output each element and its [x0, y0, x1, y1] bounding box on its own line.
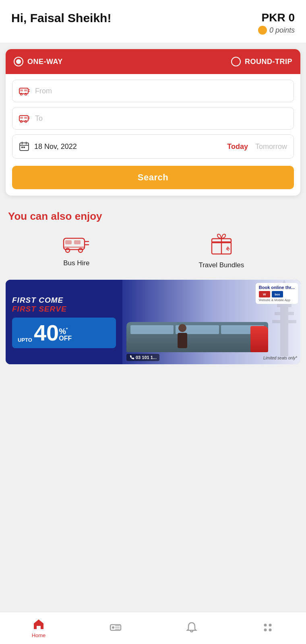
- calendar-icon: [19, 141, 29, 152]
- home-icon: [32, 618, 45, 631]
- promo-banner[interactable]: FIRST COME FIRST SERVE UPTO 40 %* OFF: [6, 280, 300, 364]
- bus-body-shape: [126, 322, 268, 352]
- svg-rect-34: [277, 304, 292, 307]
- discount-box: UPTO 40 %* OFF: [12, 318, 116, 348]
- grid-icon: [261, 621, 274, 634]
- round-trip-radio[interactable]: [231, 57, 241, 66]
- svg-point-47: [269, 628, 272, 631]
- nav-more[interactable]: [261, 621, 274, 636]
- date-value: 18 Nov, 2022: [34, 142, 222, 151]
- off-text: OFF: [59, 335, 72, 342]
- bell-icon: [185, 621, 198, 634]
- travel-bundles-item[interactable]: Travel Bundles: [198, 232, 244, 269]
- round-trip-label: ROUND-TRIP: [245, 58, 292, 66]
- from-bus-icon: [19, 87, 30, 95]
- coin-icon: [258, 26, 267, 35]
- person-silhouette: [177, 324, 188, 352]
- svg-point-45: [269, 623, 272, 626]
- website-app-text: Website & Mobile App: [259, 298, 295, 302]
- bottom-nav: Home: [0, 612, 306, 644]
- round-trip-tab[interactable]: ROUND-TRIP: [153, 57, 292, 66]
- enjoy-title: You can also enjoy: [8, 210, 298, 223]
- svg-point-46: [264, 628, 267, 631]
- nav-tickets[interactable]: [109, 621, 122, 636]
- home-nav-label: Home: [32, 632, 46, 638]
- person-head: [178, 324, 186, 332]
- svg-rect-36: [272, 320, 296, 323]
- svg-rect-19: [23, 147, 25, 148]
- discount-number: 40: [34, 322, 59, 344]
- radio-inner: [16, 59, 21, 64]
- balance-amount: PKR 0: [258, 11, 295, 24]
- from-input-row[interactable]: From: [12, 80, 294, 102]
- svg-marker-31: [226, 247, 229, 251]
- brand-logos: W boo: [259, 291, 295, 297]
- bus-hire-label: Bus Hire: [63, 259, 89, 267]
- points-row: 0 points: [258, 26, 295, 35]
- brand-logo-1: W: [259, 291, 270, 297]
- limited-seats-text: Limited seats only*: [263, 354, 297, 361]
- phone-number: 03 101 1...: [136, 355, 157, 360]
- balance-section: PKR 0 0 points: [258, 11, 295, 35]
- svg-rect-8: [20, 117, 23, 119]
- travel-bundles-label: Travel Bundles: [198, 261, 244, 269]
- enjoy-section: You can also enjoy Bus Hire: [0, 202, 306, 273]
- book-online-text: Book online thr...: [259, 285, 295, 290]
- nav-notifications[interactable]: [185, 621, 198, 636]
- svg-rect-21: [65, 240, 72, 244]
- phone-icon: [129, 355, 134, 360]
- greeting: Hi, Faisal Sheikh!: [11, 11, 111, 25]
- from-placeholder: From: [35, 87, 52, 95]
- one-way-label: ONE-WAY: [27, 58, 63, 66]
- date-shortcuts: Today Tomorrow: [227, 142, 287, 151]
- promo-left: FIRST COME FIRST SERVE UPTO 40 %* OFF: [6, 280, 122, 364]
- svg-rect-22: [74, 240, 81, 244]
- person-body: [178, 333, 187, 348]
- enjoy-items: Bus Hire Travel Bundles: [8, 232, 298, 269]
- ticket-icon: [109, 621, 122, 634]
- svg-point-44: [264, 623, 267, 626]
- svg-rect-9: [24, 117, 27, 119]
- bus-hire-item[interactable]: Bus Hire: [62, 234, 91, 267]
- svg-point-38: [112, 626, 114, 629]
- to-bus-icon: [19, 114, 30, 123]
- today-shortcut[interactable]: Today: [227, 142, 248, 151]
- points-text: 0 points: [269, 26, 295, 35]
- book-online-badge: Book online thr... W boo Website & Mobil…: [256, 283, 298, 304]
- brand-logo-2: boo: [272, 291, 283, 297]
- to-placeholder: To: [35, 114, 43, 123]
- nav-home[interactable]: Home: [32, 618, 46, 638]
- trip-type-tabs: ONE-WAY ROUND-TRIP: [6, 49, 300, 74]
- to-input-row[interactable]: To: [12, 107, 294, 130]
- one-way-tab[interactable]: ONE-WAY: [14, 57, 153, 66]
- one-way-radio[interactable]: [14, 57, 23, 66]
- svg-rect-35: [275, 312, 294, 315]
- tomorrow-shortcut[interactable]: Tomorrow: [255, 142, 287, 151]
- header: Hi, Faisal Sheikh! PKR 0 0 points: [0, 0, 306, 43]
- promo-right: Book online thr... W boo Website & Mobil…: [122, 280, 300, 364]
- svg-rect-2: [24, 89, 27, 91]
- gift-icon: [209, 232, 234, 256]
- svg-point-23: [66, 248, 70, 252]
- phone-badge: 03 101 1...: [126, 354, 159, 361]
- bus-illustration: [126, 312, 268, 352]
- date-row[interactable]: 18 Nov, 2022 Today Tomorrow: [12, 134, 294, 159]
- bus-front: [250, 326, 268, 352]
- percent-text: %*: [59, 327, 72, 335]
- search-card: ONE-WAY ROUND-TRIP From: [6, 49, 300, 196]
- svg-point-24: [79, 248, 83, 252]
- first-come-text: FIRST COME FIRST SERVE: [12, 296, 116, 314]
- svg-rect-1: [20, 89, 23, 91]
- bus-windows: [126, 322, 268, 334]
- bus-hire-icon: [62, 234, 91, 254]
- search-fields: From To 18: [6, 74, 300, 164]
- search-button[interactable]: Search: [12, 166, 294, 189]
- upto-text: UPTO: [18, 337, 32, 343]
- svg-rect-18: [21, 147, 23, 148]
